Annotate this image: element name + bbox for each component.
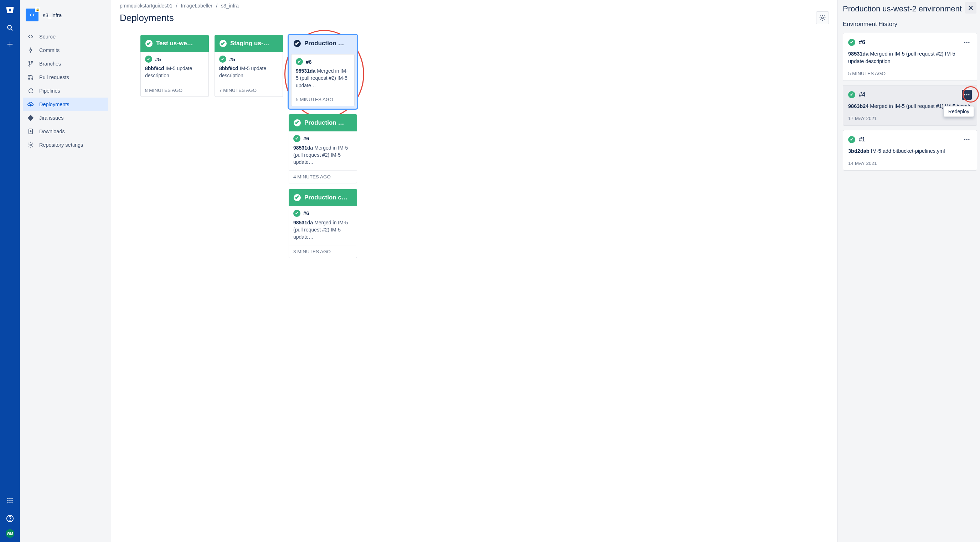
check-icon: ✔ xyxy=(145,55,152,63)
more-actions-button[interactable] xyxy=(962,37,972,48)
sidebar-item-pipelines[interactable]: Pipelines xyxy=(23,84,108,98)
deploy-time: 5 MINUTES AGO xyxy=(291,93,354,106)
environment-card-staging[interactable]: ✔ Staging us-… ✔ #5 8bbf8cd IM-5 update … xyxy=(215,35,283,97)
commit-hash[interactable]: 3bd2dab xyxy=(848,148,870,154)
sidebar-item-label: Branches xyxy=(39,61,61,67)
svg-point-35 xyxy=(964,94,966,95)
sidebar-item-source[interactable]: Source xyxy=(23,30,108,43)
deployments-icon xyxy=(27,101,34,108)
check-icon: ✔ xyxy=(848,39,855,46)
deployments-settings-button[interactable] xyxy=(816,11,829,24)
sidebar-item-repo-settings[interactable]: Repository settings xyxy=(23,138,108,152)
svg-point-15 xyxy=(30,49,31,51)
sidebar-item-label: Pull requests xyxy=(39,74,69,80)
svg-point-6 xyxy=(11,498,13,499)
sidebar-item-branches[interactable]: Branches xyxy=(23,57,108,71)
commit-hash[interactable]: 98531da xyxy=(293,145,313,151)
more-icon xyxy=(963,39,970,46)
environment-name: Production … xyxy=(304,40,344,47)
build-number: #5 xyxy=(155,56,161,62)
build-number: #1 xyxy=(859,136,865,143)
downloads-icon xyxy=(27,128,34,135)
breadcrumb-link[interactable]: s3_infra xyxy=(221,3,239,8)
svg-point-20 xyxy=(29,65,30,66)
close-button[interactable] xyxy=(965,2,977,14)
svg-point-9 xyxy=(11,500,13,501)
environment-card-test[interactable]: ✔ Test us-we… ✔ #5 8bbf8cd IM-5 update d… xyxy=(140,35,209,97)
user-avatar[interactable]: WM xyxy=(6,529,14,538)
environment-history-panel: Production us-west-2 environment Environ… xyxy=(837,0,980,542)
sidebar-item-label: Repository settings xyxy=(39,142,83,148)
sidebar-item-commits[interactable]: Commits xyxy=(23,43,108,57)
help-icon[interactable] xyxy=(3,511,17,526)
bitbucket-logo[interactable] xyxy=(4,4,16,16)
environment-name: Production c… xyxy=(304,194,347,201)
repo-sidebar: 🔒 s3_infra Source Commits Branches Pull … xyxy=(20,0,111,542)
check-icon: ✔ xyxy=(293,210,301,217)
check-icon: ✔ xyxy=(219,55,226,63)
pipelines-icon xyxy=(27,87,34,94)
sidebar-item-label: Downloads xyxy=(39,128,65,134)
sidebar-item-downloads[interactable]: Downloads xyxy=(23,125,108,138)
environment-card-production[interactable]: ✔ Production … ✔ #6 98531da Merged in IM… xyxy=(289,114,357,184)
history-card[interactable]: ✔ #1 3bd2dab IM-5 add bitbucket-pipeline… xyxy=(843,130,977,171)
check-icon: ✔ xyxy=(296,58,303,65)
history-card[interactable]: ✔ #4 9863b24 Merged in IM-5 (pull reques… xyxy=(843,85,977,126)
commits-icon xyxy=(27,47,34,54)
commit-hash[interactable]: 8bbf8cd xyxy=(219,65,239,71)
sidebar-item-deployments[interactable]: Deployments xyxy=(23,98,108,111)
app-switcher-icon[interactable] xyxy=(3,494,17,508)
build-number: #5 xyxy=(229,56,235,62)
commit-hash[interactable]: 98531da xyxy=(293,220,313,225)
search-icon[interactable] xyxy=(3,21,17,35)
source-icon xyxy=(27,33,34,40)
svg-point-19 xyxy=(31,61,32,62)
svg-point-5 xyxy=(9,498,10,499)
close-icon xyxy=(967,5,974,11)
environment-name: Staging us-… xyxy=(230,40,269,47)
commit-hash[interactable]: 9863b24 xyxy=(848,103,869,109)
build-number: #4 xyxy=(859,92,865,98)
repo-header[interactable]: 🔒 s3_infra xyxy=(23,7,108,28)
environment-name: Test us-we… xyxy=(156,40,193,47)
svg-point-29 xyxy=(822,17,824,19)
lock-icon: 🔒 xyxy=(35,7,40,12)
commit-hash[interactable]: 98531da xyxy=(296,68,315,74)
more-icon xyxy=(963,136,970,143)
breadcrumb-link[interactable]: pmmquickstartguides01 xyxy=(120,3,172,8)
environment-card-production[interactable]: ✔ Production c… ✔ #6 98531da Merged in I… xyxy=(289,189,357,258)
commit-hash[interactable]: 98531da xyxy=(848,51,869,57)
breadcrumb-link[interactable]: ImageLabeller xyxy=(181,3,213,8)
svg-point-36 xyxy=(966,94,967,95)
deploy-time: 3 MINUTES AGO xyxy=(289,245,357,258)
environment-card-production-selected[interactable]: ✔ Production … ✔ #6 98531da Merged in IM… xyxy=(289,35,357,109)
svg-point-23 xyxy=(32,78,33,79)
check-icon: ✔ xyxy=(145,40,153,47)
gear-icon xyxy=(27,141,34,149)
svg-point-11 xyxy=(9,502,10,503)
panel-subtitle: Environment History xyxy=(843,19,977,33)
check-icon: ✔ xyxy=(848,136,855,143)
svg-point-21 xyxy=(29,75,30,76)
build-number: #6 xyxy=(306,59,312,65)
repo-icon: 🔒 xyxy=(25,8,38,21)
more-actions-button[interactable] xyxy=(962,135,972,144)
svg-point-34 xyxy=(968,42,969,43)
more-actions-button[interactable] xyxy=(962,90,972,100)
svg-point-33 xyxy=(966,42,967,43)
svg-point-14 xyxy=(10,520,10,520)
branches-icon xyxy=(27,60,34,67)
create-icon[interactable] xyxy=(3,37,17,51)
redeploy-tooltip: Redeploy xyxy=(943,106,974,117)
sidebar-item-pull-requests[interactable]: Pull requests xyxy=(23,71,108,84)
sidebar-item-jira-issues[interactable]: Jira issues xyxy=(23,111,108,125)
check-icon: ✔ xyxy=(294,194,301,201)
history-card[interactable]: ✔ #6 98531da Merged in IM-5 (pull reques… xyxy=(843,33,977,81)
more-icon xyxy=(963,91,970,98)
check-icon: ✔ xyxy=(294,40,301,47)
commit-hash[interactable]: 8bbf8cd xyxy=(145,65,164,71)
deployments-board: ✔ Test us-we… ✔ #5 8bbf8cd IM-5 update d… xyxy=(120,28,829,258)
sidebar-item-label: Commits xyxy=(39,48,59,53)
sidebar-item-label: Pipelines xyxy=(39,88,60,94)
main-content: pmmquickstartguides01 / ImageLabeller / … xyxy=(111,0,837,542)
